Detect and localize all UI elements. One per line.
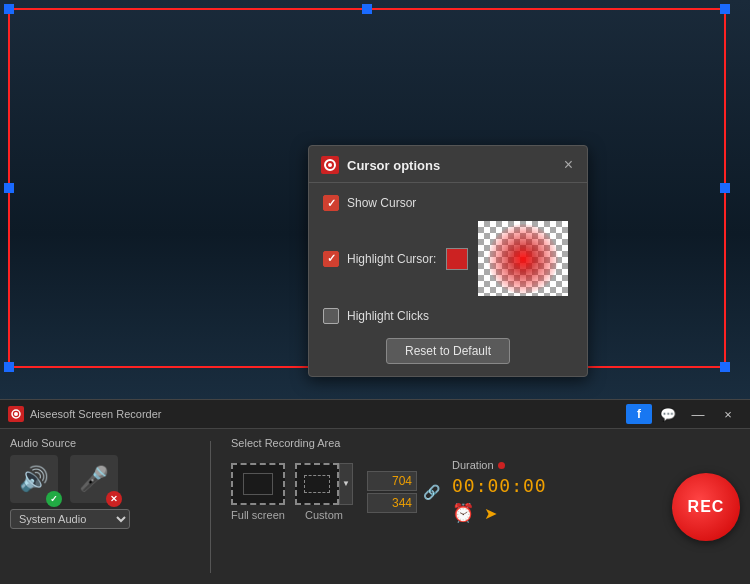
alarm-icon[interactable]: ⏰ bbox=[452, 502, 474, 524]
dialog-header: Cursor options × bbox=[309, 146, 587, 183]
app-title: Aiseesoft Screen Recorder bbox=[30, 408, 161, 420]
svg-point-5 bbox=[14, 412, 18, 416]
minimize-button[interactable]: — bbox=[684, 404, 712, 424]
highlight-cursor-cb-box[interactable]: ✓ bbox=[323, 251, 339, 267]
system-audio-dropdown[interactable]: System Audio bbox=[10, 509, 130, 529]
toolbar-topbar: Aiseesoft Screen Recorder f 💬 — × bbox=[0, 400, 750, 429]
duration-time: 00:00:00 bbox=[452, 475, 547, 496]
audio-source-label: Audio Source bbox=[10, 437, 190, 449]
highlight-glow bbox=[488, 224, 558, 294]
highlight-preview bbox=[478, 221, 568, 296]
duration-dot bbox=[498, 462, 505, 469]
custom-icon-box bbox=[295, 463, 339, 505]
size-inputs bbox=[367, 471, 417, 513]
highlight-cursor-row: ✓ Highlight Cursor: bbox=[323, 221, 573, 296]
show-cursor-label: Show Cursor bbox=[347, 196, 416, 210]
microphone-icon: 🎤 bbox=[79, 465, 109, 493]
link-dimensions-icon[interactable]: 🔗 bbox=[421, 484, 442, 500]
show-cursor-checkbox[interactable]: ✓ Show Cursor bbox=[323, 195, 416, 211]
app-icon-title: Aiseesoft Screen Recorder bbox=[8, 406, 161, 422]
custom-dropdown-arrow[interactable]: ▼ bbox=[339, 463, 353, 505]
microphone-icon-bg[interactable]: 🎤 ✕ bbox=[70, 455, 118, 503]
toolbar-controls: f 💬 — × bbox=[626, 404, 742, 424]
duration-section: Duration 00:00:00 ⏰ ➤ bbox=[452, 459, 552, 524]
dialog-icon bbox=[321, 156, 339, 174]
custom-icon-inner bbox=[304, 475, 330, 493]
show-cursor-checkmark: ✓ bbox=[327, 198, 336, 209]
custom-area-button[interactable]: ▼ Custom bbox=[295, 463, 353, 521]
svg-point-2 bbox=[328, 163, 332, 167]
custom-area-wrap: ▼ bbox=[295, 463, 353, 505]
handle-middle-right[interactable] bbox=[720, 183, 730, 193]
full-screen-icon-inner bbox=[243, 473, 273, 495]
microphone-x-badge: ✕ bbox=[106, 491, 122, 507]
highlight-cursor-checkmark: ✓ bbox=[327, 253, 336, 264]
system-audio-icon-wrap: 🔊 ✓ bbox=[10, 455, 58, 503]
handle-bottom-left[interactable] bbox=[4, 362, 14, 372]
rec-label: REC bbox=[688, 498, 725, 516]
highlight-color-swatch[interactable] bbox=[446, 248, 468, 270]
system-audio-check-badge: ✓ bbox=[46, 491, 62, 507]
handle-top-right[interactable] bbox=[720, 4, 730, 14]
select-area-label: Select Recording Area bbox=[231, 437, 644, 449]
chat-icon: 💬 bbox=[660, 407, 676, 422]
custom-label: Custom bbox=[305, 509, 343, 521]
system-audio-icon-bg[interactable]: 🔊 ✓ bbox=[10, 455, 58, 503]
microphone-icon-wrap: 🎤 ✕ bbox=[70, 455, 118, 503]
app-icon bbox=[8, 406, 24, 422]
highlight-cursor-checkbox[interactable]: ✓ Highlight Cursor: bbox=[323, 251, 436, 267]
close-button[interactable]: × bbox=[714, 404, 742, 424]
size-inputs-wrap: 🔗 bbox=[363, 471, 442, 513]
highlight-clicks-cb-box[interactable] bbox=[323, 308, 339, 324]
width-input[interactable] bbox=[367, 471, 417, 491]
dialog-title: Cursor options bbox=[347, 158, 562, 173]
reset-to-default-button[interactable]: Reset to Default bbox=[386, 338, 510, 364]
show-cursor-cb-box[interactable]: ✓ bbox=[323, 195, 339, 211]
full-screen-label: Full screen bbox=[231, 509, 285, 521]
dialog-close-button[interactable]: × bbox=[562, 157, 575, 173]
highlight-cursor-label: Highlight Cursor: bbox=[347, 252, 436, 266]
height-input[interactable] bbox=[367, 493, 417, 513]
highlight-clicks-checkbox[interactable]: Highlight Clicks bbox=[323, 308, 429, 324]
handle-middle-left[interactable] bbox=[4, 183, 14, 193]
highlight-clicks-label: Highlight Clicks bbox=[347, 309, 429, 323]
dialog-body: ✓ Show Cursor ✓ Highlight Cursor: Highli bbox=[309, 183, 587, 376]
audio-section: Audio Source 🔊 ✓ 🎤 ✕ System Audio bbox=[10, 437, 190, 577]
duration-label: Duration bbox=[452, 459, 494, 471]
divider-1 bbox=[210, 441, 211, 573]
facebook-button[interactable]: f bbox=[626, 404, 652, 424]
duration-label-row: Duration bbox=[452, 459, 505, 471]
speaker-icon: 🔊 bbox=[19, 465, 49, 493]
audio-icons: 🔊 ✓ 🎤 ✕ bbox=[10, 455, 190, 503]
rec-button[interactable]: REC bbox=[672, 473, 740, 541]
chat-button[interactable]: 💬 bbox=[654, 404, 682, 424]
handle-top-center[interactable] bbox=[362, 4, 372, 14]
minimize-icon: — bbox=[692, 407, 705, 422]
handle-bottom-right[interactable] bbox=[720, 362, 730, 372]
show-cursor-row: ✓ Show Cursor bbox=[323, 195, 573, 211]
bottom-icons: ⏰ ➤ bbox=[452, 502, 497, 524]
handle-top-left[interactable] bbox=[4, 4, 14, 14]
area-section: Select Recording Area Full screen ▼ bbox=[231, 437, 644, 577]
facebook-label: f bbox=[637, 407, 641, 421]
toolbar: Aiseesoft Screen Recorder f 💬 — × Audio … bbox=[0, 399, 750, 584]
full-screen-icon-box bbox=[231, 463, 285, 505]
full-screen-button[interactable]: Full screen bbox=[231, 463, 285, 521]
close-icon: × bbox=[724, 407, 732, 422]
area-controls: Full screen ▼ Custom bbox=[231, 459, 644, 524]
highlight-clicks-row: Highlight Clicks bbox=[323, 308, 573, 324]
cursor-options-dialog: Cursor options × ✓ Show Cursor ✓ Highlig… bbox=[308, 145, 588, 377]
toolbar-main: Audio Source 🔊 ✓ 🎤 ✕ System Audio bbox=[0, 429, 750, 584]
cursor-arrow-icon[interactable]: ➤ bbox=[484, 504, 497, 523]
